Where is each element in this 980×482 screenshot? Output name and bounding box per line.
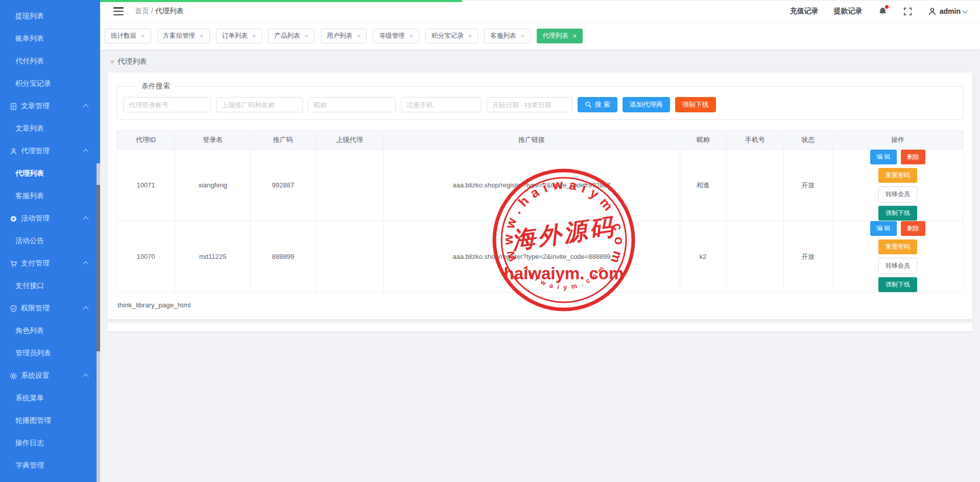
cart-icon xyxy=(9,259,17,268)
sidebar-item-pay-list[interactable]: 代付列表 xyxy=(0,50,100,73)
close-icon[interactable]: × xyxy=(520,32,524,40)
sidebar-group-label: 文章管理 xyxy=(21,102,50,111)
cell-parent-agent xyxy=(316,221,384,293)
sidebar-toggle-icon[interactable] xyxy=(113,7,124,15)
cell-agent-id: 10071 xyxy=(117,150,175,221)
recharge-records-link[interactable]: 充值记录 xyxy=(790,7,819,16)
top-header: 首页 / 代理列表 充值记录 提款记录 admin xyxy=(100,0,980,22)
cell-agent-id: 10070 xyxy=(117,221,175,293)
sidebar-item-carousel[interactable]: 轮播图管理 xyxy=(0,409,100,432)
tab-levels[interactable]: 等级管理× xyxy=(373,29,419,43)
user-menu[interactable]: admin xyxy=(928,7,968,16)
tab-service-list[interactable]: 客服列表× xyxy=(484,29,531,43)
sidebar-item-admin-list[interactable]: 管理员列表 xyxy=(0,342,100,365)
pagination-card xyxy=(108,323,972,331)
sidebar-item-label: 提现列表 xyxy=(15,12,44,21)
cell-phone xyxy=(726,221,784,293)
sidebar-group-system[interactable]: 系统设置 xyxy=(0,365,100,387)
force-offline-row-button[interactable]: 强制下线 xyxy=(878,206,917,221)
sidebar-item-bill-list[interactable]: 账单列表 xyxy=(0,28,100,50)
cell-phone xyxy=(726,150,784,221)
sidebar-item-label: 代付列表 xyxy=(15,57,44,66)
sidebar-item-label: 角色列表 xyxy=(15,326,44,335)
col-parent-agent: 上级代理 xyxy=(316,131,384,150)
close-icon[interactable]: × xyxy=(304,32,308,40)
sidebar-group-label: 权限管理 xyxy=(21,304,50,313)
sidebar-item-dictionary[interactable]: 字典管理 xyxy=(0,454,100,477)
chevron-up-icon xyxy=(83,149,88,155)
reset-password-button[interactable]: 重置密码 xyxy=(878,168,917,183)
tab-orders[interactable]: 订单列表× xyxy=(216,29,262,43)
cell-promo-link: aaa.blizko.shop/register?type=2&invite_c… xyxy=(384,221,680,293)
close-icon[interactable]: × xyxy=(409,32,413,40)
sidebar-item-payment-api[interactable]: 支付接口 xyxy=(0,275,100,297)
tab-points-record[interactable]: 积分宝记录× xyxy=(425,29,478,43)
cell-nickname: 相逢 xyxy=(680,150,726,221)
reset-password-button[interactable]: 重置密码 xyxy=(878,239,917,254)
sidebar-scrollbar-thumb[interactable] xyxy=(97,185,100,351)
page-title: »代理列表 xyxy=(105,57,972,66)
search-button[interactable]: 搜 索 xyxy=(578,97,617,112)
sidebar-item-label: 管理员列表 xyxy=(15,349,51,358)
cell-actions: 编 辑 删除 重置密码 转移会员 强制下线 xyxy=(832,221,963,293)
chevron-up-icon xyxy=(83,374,88,379)
sidebar-group-activity[interactable]: 活动管理 xyxy=(0,207,100,230)
sidebar-item-label: 文章列表 xyxy=(15,124,44,133)
close-icon[interactable]: × xyxy=(141,32,145,40)
tab-products[interactable]: 产品列表× xyxy=(268,29,315,43)
sidebar-item-activity-notice[interactable]: 活动公告 xyxy=(0,230,100,252)
sidebar-item-operation-log[interactable]: 操作日志 xyxy=(0,432,100,454)
sidebar-group-article[interactable]: 文章管理 xyxy=(0,95,100,117)
sidebar-item-label: 积分宝记录 xyxy=(15,79,51,88)
nickname-input[interactable] xyxy=(308,97,396,112)
transfer-members-button[interactable]: 转移会员 xyxy=(878,258,917,274)
delete-button[interactable]: 删除 xyxy=(901,150,925,164)
sidebar-item-service-list[interactable]: 客服列表 xyxy=(0,185,100,207)
force-offline-button[interactable]: 强制下线 xyxy=(675,97,716,112)
cell-promo-code: 888899 xyxy=(250,221,316,293)
fullscreen-icon[interactable] xyxy=(903,7,913,16)
force-offline-row-button[interactable]: 强制下线 xyxy=(878,277,917,292)
sidebar-item-points-record[interactable]: 积分宝记录 xyxy=(0,73,100,95)
edit-button[interactable]: 编 辑 xyxy=(870,150,896,164)
sidebar-group-permission[interactable]: 权限管理 xyxy=(0,297,100,320)
sidebar-item-label: 活动公告 xyxy=(15,236,44,246)
date-range-input[interactable] xyxy=(487,97,572,112)
sidebar-item-agent-list[interactable]: 代理列表 xyxy=(0,162,100,185)
edit-button[interactable]: 编 辑 xyxy=(870,221,896,236)
cell-login: xiangfeng xyxy=(175,150,251,221)
add-agent-button[interactable]: 添加代理商 xyxy=(623,97,670,112)
notification-bell-icon[interactable] xyxy=(878,7,888,16)
sidebar-group-label: 活动管理 xyxy=(21,214,50,223)
sidebar-item-role-list[interactable]: 角色列表 xyxy=(0,320,100,342)
table-header-row: 代理ID 登录名 推广码 上级代理 推广链接 昵称 手机号 状态 操作 xyxy=(117,131,964,150)
tab-plan-group[interactable]: 方案组管理× xyxy=(157,29,210,43)
sidebar-item-system-menu[interactable]: 系统菜单 xyxy=(0,387,100,409)
close-icon[interactable]: × xyxy=(357,32,361,40)
agent-account-input[interactable] xyxy=(123,97,211,112)
parent-code-input[interactable] xyxy=(216,97,303,112)
withdrawal-records-link[interactable]: 提款记录 xyxy=(834,7,863,16)
close-icon[interactable]: × xyxy=(573,32,577,40)
close-icon[interactable]: × xyxy=(200,32,204,40)
main-area: 首页 / 代理列表 充值记录 提款记录 admin 统计数据× 方案组管理× 订… xyxy=(100,0,980,482)
phone-input[interactable] xyxy=(401,97,482,112)
sidebar-group-agent[interactable]: 代理管理 xyxy=(0,140,100,162)
sidebar-menu: 提现列表 账单列表 代付列表 积分宝记录 文章管理 文章列表 代理管理 代理列表… xyxy=(0,0,100,477)
tab-users[interactable]: 用户列表× xyxy=(321,29,367,43)
sidebar-item-withdraw-list[interactable]: 提现列表 xyxy=(0,5,100,28)
close-icon[interactable]: × xyxy=(252,32,256,40)
tab-agent-list[interactable]: 代理列表× xyxy=(537,29,583,43)
sidebar-group-payment[interactable]: 支付管理 xyxy=(0,252,100,275)
sidebar-item-label: 系统菜单 xyxy=(15,394,44,403)
sidebar-item-article-list[interactable]: 文章列表 xyxy=(0,117,100,140)
cell-status: 开放 xyxy=(784,150,832,221)
breadcrumb-home[interactable]: 首页 xyxy=(135,7,149,15)
chevron-up-icon xyxy=(83,261,88,267)
close-icon[interactable]: × xyxy=(468,32,472,40)
table-row: 10070 md11225 888899 aaa.blizko.shop/reg… xyxy=(117,221,964,293)
transfer-members-button[interactable]: 转移会员 xyxy=(878,186,917,202)
tab-statistics[interactable]: 统计数据× xyxy=(105,29,151,43)
delete-button[interactable]: 删除 xyxy=(901,221,925,236)
cell-promo-code: 992887 xyxy=(250,150,316,221)
